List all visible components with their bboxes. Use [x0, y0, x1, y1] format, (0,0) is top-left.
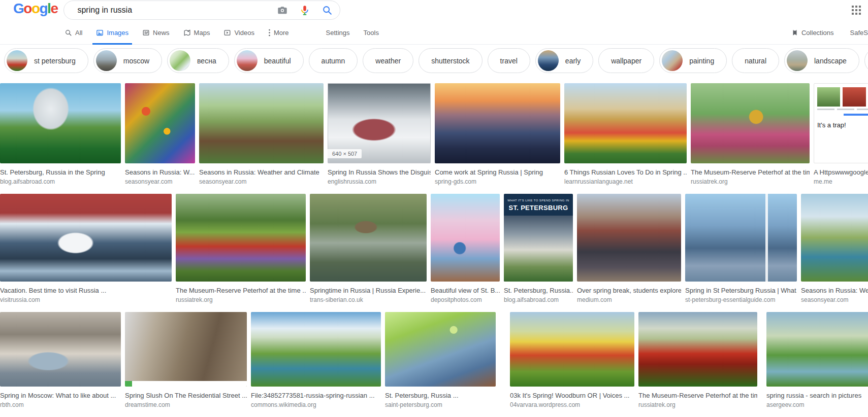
tab-videos[interactable]: Videos [223, 21, 254, 44]
filter-chip[interactable]: summer [864, 48, 868, 73]
result-title[interactable]: St. Petersburg, Russia ... [385, 392, 496, 399]
result-title[interactable]: spring russia - search in pictures [766, 392, 868, 399]
result-title[interactable]: Springtime in Russia | Russia Experie... [310, 287, 427, 294]
apps-grid-icon[interactable] [852, 6, 861, 15]
result-title[interactable]: Come work at Spring Russia | Spring [435, 168, 560, 176]
result-thumbnail[interactable] [431, 194, 500, 282]
tools-button[interactable]: Tools [364, 21, 379, 44]
image-result-card[interactable]: 640 × 507 Spring In Russia Shows the Dis… [328, 83, 431, 185]
result-thumbnail[interactable] [0, 312, 121, 387]
collections-button[interactable]: Collections [791, 29, 834, 37]
result-thumbnail[interactable] [176, 194, 306, 282]
image-result-card[interactable]: WHAT IT'S LIKE TO SPEND SPRING IN ST. PE… [504, 194, 573, 303]
result-thumbnail[interactable] [199, 83, 324, 163]
tab-images[interactable]: Images [96, 21, 128, 44]
image-result-card[interactable]: Spring Slush On The Residential Street .… [125, 312, 247, 408]
image-result-card[interactable]: The Museum-Reserve Peterhof at the time … [638, 312, 757, 408]
result-thumbnail[interactable] [801, 194, 868, 282]
filter-chip[interactable]: natural [732, 48, 779, 73]
filter-chip[interactable]: travel [488, 48, 530, 73]
result-title[interactable]: St. Petersburg, Russia in the Spring [0, 168, 121, 176]
image-result-card[interactable]: 03k It's Spring! Woodburn OR | Voices ..… [510, 312, 634, 408]
result-thumbnail[interactable] [125, 312, 247, 387]
image-result-card[interactable]: spring russia - search in pictures aserg… [766, 312, 868, 408]
result-title[interactable]: Seasons in Russia: Weather and Climate [199, 168, 324, 176]
result-title[interactable]: Seasons in Russia: W... [125, 168, 195, 176]
search-input[interactable] [76, 5, 277, 15]
search-bar[interactable] [63, 1, 340, 20]
result-thumbnail[interactable]: WHAT IT'S LIKE TO SPEND SPRING IN ST. PE… [504, 194, 573, 282]
filter-chip[interactable]: весна [167, 48, 229, 73]
result-thumbnail[interactable] [638, 312, 757, 387]
filter-chip[interactable]: weather [363, 48, 413, 73]
image-result-card[interactable]: Spring in St Petersburg Russia | What...… [685, 194, 797, 303]
filter-chip[interactable]: st petersburg [4, 48, 88, 73]
filter-chip[interactable]: painting [659, 48, 727, 73]
result-title[interactable]: Over spring break, students explore ... [577, 287, 681, 294]
image-result-card[interactable]: File:34852773581-russia-spring-russian .… [251, 312, 381, 408]
result-thumbnail[interactable] [691, 83, 810, 163]
search-icon[interactable] [322, 5, 333, 16]
result-title[interactable]: Seasons in Russia: Weather an [801, 287, 868, 294]
image-result-card[interactable]: Springtime in Russia | Russia Experie...… [310, 194, 427, 303]
result-title[interactable]: 6 Things Russian Loves To Do in Spring .… [564, 168, 687, 176]
filter-chip[interactable]: moscow [93, 48, 162, 73]
result-thumbnail[interactable] [0, 194, 172, 282]
image-result-card[interactable]: Seasons in Russia: Weather and Climate s… [199, 83, 324, 185]
tab-all[interactable]: All [65, 21, 82, 44]
result-thumbnail[interactable] [685, 194, 797, 282]
image-result-card[interactable]: Seasons in Russia: W... seasonsyear.com [125, 83, 195, 185]
mic-icon[interactable] [299, 5, 310, 16]
settings-button[interactable]: Settings [326, 21, 350, 44]
result-title[interactable]: The Museum-Reserve Peterhof at the time … [176, 287, 306, 294]
tab-maps[interactable]: Maps [183, 21, 210, 44]
result-thumbnail[interactable]: It's a trap! [814, 83, 868, 163]
result-title[interactable]: Beautiful view of St. B... [431, 287, 500, 294]
image-result-card[interactable]: Beautiful view of St. B... depositphotos… [431, 194, 500, 303]
result-title[interactable]: Spring In Russia Shows the Disguis... [328, 168, 431, 176]
result-title[interactable]: File:34852773581-russia-spring-russian .… [251, 392, 381, 399]
result-thumbnail[interactable] [564, 83, 687, 163]
image-result-card[interactable]: Come work at Spring Russia | Spring spri… [435, 83, 560, 185]
image-result-card[interactable]: Seasons in Russia: Weather an seasonsyea… [801, 194, 868, 303]
image-result-card[interactable]: St. Petersburg, Russia in the Spring blo… [0, 83, 121, 185]
result-title[interactable]: The Museum-Reserve Peterhof at the time … [638, 392, 757, 399]
result-thumbnail[interactable] [310, 194, 427, 282]
result-thumbnail[interactable] [435, 83, 560, 163]
result-thumbnail[interactable] [766, 312, 868, 387]
result-title[interactable]: Vacation. Best time to visit Russia ... [0, 287, 172, 294]
result-thumbnail[interactable]: 640 × 507 [328, 83, 431, 163]
image-result-card[interactable]: Vacation. Best time to visit Russia ... … [0, 194, 172, 303]
safesearch-button[interactable]: SafeS [850, 29, 868, 37]
result-title[interactable]: Spring in Moscow: What to like about ... [0, 392, 121, 399]
filter-chip[interactable]: landscape [784, 48, 859, 73]
result-title[interactable]: The Museum-Reserve Peterhof at the tim..… [691, 168, 810, 176]
result-title[interactable]: Spring in St Petersburg Russia | What... [685, 287, 797, 294]
camera-icon[interactable] [277, 5, 288, 16]
image-result-card[interactable]: 6 Things Russian Loves To Do in Spring .… [564, 83, 687, 185]
image-result-card[interactable]: Spring in Moscow: What to like about ...… [0, 312, 121, 408]
filter-chip[interactable]: autumn [309, 48, 358, 73]
result-thumbnail[interactable] [385, 312, 496, 387]
image-result-card[interactable]: The Museum-Reserve Peterhof at the tim..… [691, 83, 810, 185]
image-result-card[interactable]: St. Petersburg, Russia ... saint-petersb… [385, 312, 496, 408]
image-result-card[interactable]: The Museum-Reserve Peterhof at the time … [176, 194, 306, 303]
filter-chip[interactable]: beautiful [234, 48, 304, 73]
google-logo[interactable]: Google [13, 1, 57, 17]
tab-more[interactable]: More [268, 21, 289, 44]
tab-news[interactable]: News [142, 21, 170, 44]
filter-chip[interactable]: wallpaper [598, 48, 654, 73]
result-title[interactable]: Spring Slush On The Residential Street .… [125, 392, 247, 399]
result-thumbnail[interactable] [577, 194, 681, 282]
image-result-card[interactable]: Over spring break, students explore ... … [577, 194, 681, 303]
filter-chip[interactable]: shutterstock [419, 48, 482, 73]
result-thumbnail[interactable] [125, 83, 195, 163]
result-thumbnail[interactable] [0, 83, 121, 163]
result-thumbnail[interactable] [251, 312, 381, 387]
result-title[interactable]: A Httpswwwgoogle... [814, 168, 868, 176]
image-result-card[interactable]: It's a trap! A Httpswwwgoogle... me.me [814, 83, 868, 185]
filter-chip[interactable]: early [535, 48, 593, 73]
result-title[interactable]: 03k It's Spring! Woodburn OR | Voices ..… [510, 392, 634, 399]
result-thumbnail[interactable] [510, 312, 634, 387]
result-title[interactable]: St. Petersburg, Russia... [504, 287, 573, 294]
